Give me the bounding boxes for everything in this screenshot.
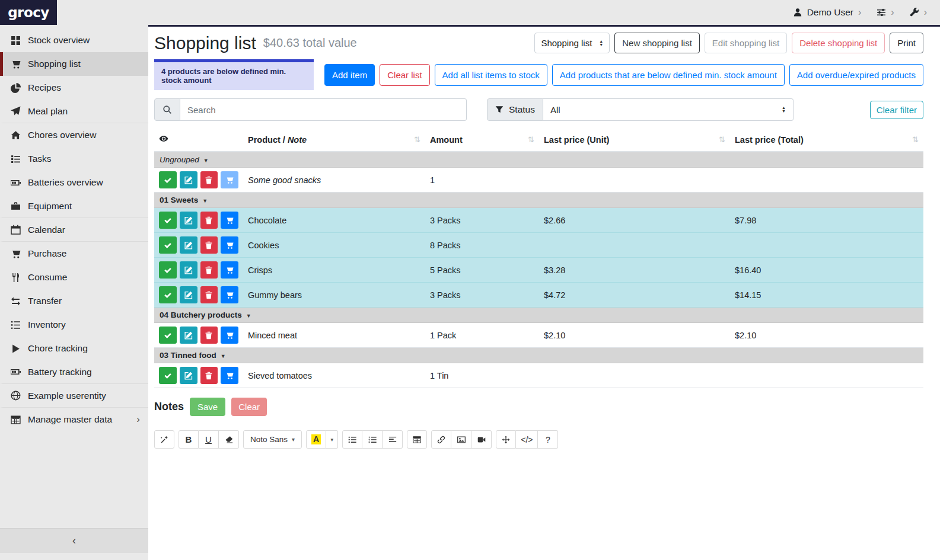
delete-shopping-list-button[interactable]: Delete shopping list [792, 33, 885, 53]
add-overdue-button[interactable]: Add overdue/expired products [789, 64, 923, 86]
notes-title: Notes [154, 401, 184, 413]
shopping-list-table: Product / Note ⇅ Amount ⇅ Last price (Un… [154, 128, 923, 388]
sidebar-item-label: Stock overview [28, 35, 90, 46]
edit-shopping-list-button[interactable]: Edit shopping list [705, 33, 787, 53]
sidebar-item-inventory[interactable]: Inventory [0, 313, 148, 337]
delete-item-button[interactable] [200, 212, 218, 229]
mark-done-button[interactable] [159, 236, 177, 254]
admin-menu[interactable]: › [910, 7, 927, 18]
add-to-stock-button[interactable] [221, 261, 238, 279]
editor-toolbar: B U Noto Sans ▾ A ▾ [154, 430, 923, 449]
sidebar-item-chores-overview[interactable]: Chores overview [0, 123, 148, 147]
sidebar-item-shopping-list[interactable]: Shopping list [0, 52, 148, 76]
add-to-stock-button[interactable] [221, 286, 238, 303]
help-button[interactable]: ? [538, 430, 558, 449]
delete-item-button[interactable] [200, 261, 218, 279]
edit-item-button[interactable] [180, 261, 197, 279]
insert-link-button[interactable] [431, 430, 451, 449]
ordered-list-button[interactable] [362, 430, 383, 449]
font-color-dropdown[interactable]: ▾ [326, 430, 338, 449]
sidebar-item-calendar[interactable]: Calendar [0, 218, 148, 242]
add-to-stock-button[interactable] [221, 236, 238, 254]
delete-item-button[interactable] [200, 286, 218, 303]
insert-picture-button[interactable] [451, 430, 471, 449]
mark-done-button[interactable] [159, 327, 177, 344]
sidebar-item-meal-plan[interactable]: Meal plan [0, 100, 148, 123]
table-row: Cookies 8 Packs [154, 233, 923, 258]
mark-done-button[interactable] [159, 212, 177, 229]
sidebar-item-chore-tracking[interactable]: Chore tracking [0, 337, 148, 360]
search-input[interactable] [180, 98, 467, 121]
mark-done-button[interactable] [159, 286, 177, 303]
settings-menu[interactable]: › [877, 7, 894, 18]
code-view-button[interactable]: </> [516, 430, 538, 449]
notes-clear-button[interactable]: Clear [231, 398, 267, 416]
battery-icon [11, 367, 21, 377]
last-price-total-column-header[interactable]: Last price (Total) ⇅ [730, 128, 923, 152]
add-to-stock-button[interactable] [221, 212, 238, 229]
clear-format-button[interactable] [219, 430, 239, 449]
insert-video-button[interactable] [471, 430, 492, 449]
notes-save-button[interactable]: Save [190, 398, 225, 416]
last-price-unit-column-header[interactable]: Last price (Unit) ⇅ [539, 128, 730, 152]
edit-item-button[interactable] [180, 212, 197, 229]
sidebar-item-recipes[interactable]: Recipes [0, 76, 148, 100]
notes-edit-area[interactable] [154, 449, 923, 560]
edit-item-button[interactable] [180, 236, 197, 254]
min-stock-banner[interactable]: 4 products are below defined min. stock … [154, 59, 314, 90]
sidebar-item-stock-overview[interactable]: Stock overview [0, 28, 148, 52]
mark-done-button[interactable] [159, 171, 177, 188]
shopping-list-select[interactable]: Shopping list ▲▼ [534, 33, 610, 53]
paragraph-align-button[interactable] [383, 430, 403, 449]
magic-wand-button[interactable] [154, 430, 174, 449]
font-family-dropdown[interactable]: Noto Sans ▾ [243, 430, 302, 449]
underline-button[interactable]: U [199, 430, 219, 449]
delete-item-button[interactable] [200, 367, 218, 384]
fullscreen-button[interactable] [496, 430, 516, 449]
sidebar-item-purchase[interactable]: Purchase [0, 242, 148, 265]
delete-item-button[interactable] [200, 171, 218, 188]
sidebar-item-tasks[interactable]: Tasks [0, 147, 148, 171]
unordered-list-button[interactable] [342, 430, 362, 449]
print-button[interactable]: Print [890, 33, 923, 53]
edit-item-button[interactable] [180, 367, 197, 384]
delete-item-button[interactable] [200, 327, 218, 344]
visibility-column-header[interactable] [154, 128, 243, 152]
group-header-ungrouped[interactable]: Ungrouped▼ [154, 152, 923, 168]
sidebar-item-manage-master-data[interactable]: Manage master data › [0, 408, 148, 431]
delete-item-button[interactable] [200, 236, 218, 254]
mark-done-button[interactable] [159, 261, 177, 279]
new-shopping-list-button[interactable]: New shopping list [614, 33, 700, 53]
edit-item-button[interactable] [180, 171, 197, 188]
group-header-sweets[interactable]: 01 Sweets▼ [154, 193, 923, 208]
bold-button[interactable]: B [179, 430, 199, 449]
product-column-header[interactable]: Product / Note ⇅ [243, 128, 425, 152]
sidebar-item-label: Purchase [28, 248, 66, 259]
group-header-butchery[interactable]: 04 Butchery products▼ [154, 308, 923, 323]
insert-table-button[interactable] [407, 430, 427, 449]
add-all-to-stock-button[interactable]: Add all list items to stock [435, 64, 547, 86]
add-to-stock-button[interactable] [221, 327, 238, 344]
sidebar-item-batteries-overview[interactable]: Batteries overview [0, 171, 148, 194]
app-logo[interactable]: grocy [0, 0, 57, 25]
user-menu[interactable]: Demo User › [793, 7, 862, 18]
sidebar-collapse-button[interactable]: ‹ [0, 528, 148, 553]
mark-done-button[interactable] [159, 367, 177, 384]
add-item-button[interactable]: Add item [324, 64, 375, 86]
group-header-tinned-food[interactable]: 03 Tinned food▼ [154, 348, 923, 363]
add-to-stock-button[interactable] [221, 367, 238, 384]
sidebar-item-equipment[interactable]: Equipment [0, 194, 148, 218]
sidebar-item-consume[interactable]: Consume [0, 265, 148, 289]
status-filter-select[interactable]: All ▲▼ [543, 98, 794, 121]
add-below-min-stock-button[interactable]: Add products that are below defined min.… [552, 64, 785, 86]
edit-item-button[interactable] [180, 327, 197, 344]
clear-list-button[interactable]: Clear list [380, 64, 429, 86]
sidebar-item-transfer[interactable]: Transfer [0, 289, 148, 313]
clear-filter-button[interactable]: Clear filter [870, 101, 923, 119]
font-color-button[interactable]: A [306, 430, 326, 449]
edit-item-button[interactable] [180, 286, 197, 303]
sidebar-item-battery-tracking[interactable]: Battery tracking [0, 360, 148, 384]
price-total-cell: $16.40 [730, 258, 923, 283]
sidebar-item-example-userentity[interactable]: Example userentity [0, 384, 148, 408]
amount-column-header[interactable]: Amount ⇅ [425, 128, 539, 152]
